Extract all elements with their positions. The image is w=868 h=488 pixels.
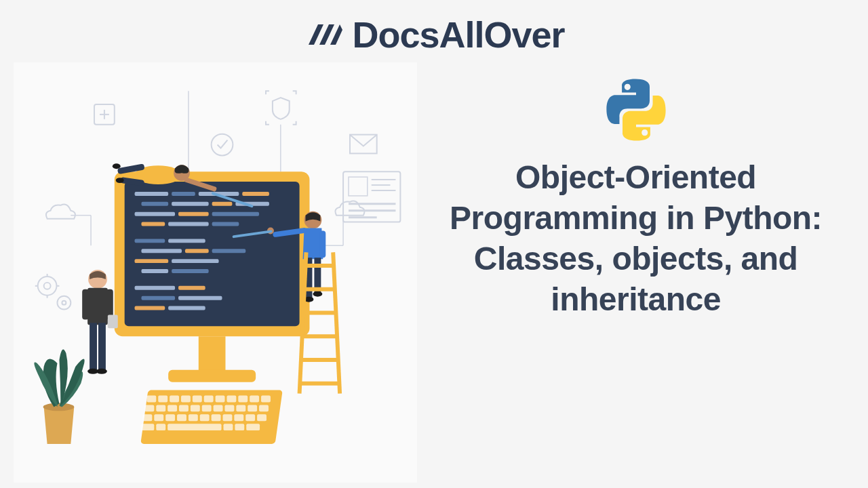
illustration-panel <box>14 62 417 483</box>
svg-rect-93 <box>257 414 267 421</box>
svg-rect-51 <box>172 269 209 273</box>
svg-rect-39 <box>212 212 259 216</box>
svg-rect-37 <box>135 212 176 216</box>
svg-rect-80 <box>236 405 245 411</box>
svg-point-11 <box>57 296 71 310</box>
svg-rect-92 <box>245 414 255 421</box>
svg-rect-35 <box>212 202 233 206</box>
page-header: DocsAllOver <box>0 0 868 62</box>
svg-rect-122 <box>319 230 326 258</box>
svg-rect-64 <box>181 396 191 403</box>
svg-rect-48 <box>135 259 169 263</box>
svg-point-126 <box>313 291 322 297</box>
svg-point-109 <box>96 369 107 374</box>
svg-rect-88 <box>200 414 210 421</box>
svg-rect-52 <box>135 286 176 290</box>
svg-rect-72 <box>144 405 154 411</box>
svg-rect-33 <box>141 202 168 206</box>
svg-rect-66 <box>204 396 214 403</box>
svg-rect-58 <box>199 336 226 373</box>
text-panel: Object-Oriented Programming in Python: C… <box>417 62 854 483</box>
svg-rect-75 <box>179 405 189 411</box>
svg-rect-73 <box>156 405 165 411</box>
svg-rect-103 <box>82 289 89 320</box>
svg-point-113 <box>113 163 121 169</box>
svg-line-128 <box>333 252 340 393</box>
svg-rect-62 <box>158 396 167 403</box>
svg-rect-70 <box>250 396 259 403</box>
svg-rect-94 <box>140 424 154 430</box>
programming-illustration <box>14 62 417 483</box>
svg-point-12 <box>62 301 66 305</box>
brand-logo-icon <box>303 14 344 55</box>
svg-rect-82 <box>259 405 269 411</box>
svg-rect-55 <box>178 296 222 300</box>
svg-rect-90 <box>223 414 233 421</box>
svg-rect-97 <box>223 424 233 430</box>
svg-rect-83 <box>142 414 152 421</box>
svg-rect-43 <box>135 239 165 243</box>
svg-rect-49 <box>172 259 218 263</box>
svg-rect-71 <box>261 396 271 403</box>
svg-rect-65 <box>193 396 202 403</box>
svg-rect-106 <box>90 323 97 369</box>
article-title: Object-Oriented Programming in Python: C… <box>444 157 827 320</box>
svg-rect-86 <box>177 414 186 421</box>
svg-rect-32 <box>242 192 269 196</box>
svg-point-3 <box>212 134 233 156</box>
svg-rect-45 <box>141 249 182 253</box>
svg-rect-87 <box>189 414 198 421</box>
svg-rect-29 <box>135 192 169 196</box>
svg-rect-63 <box>170 396 179 403</box>
svg-rect-54 <box>141 296 175 300</box>
svg-rect-107 <box>98 323 106 369</box>
svg-rect-40 <box>141 222 165 226</box>
svg-point-6 <box>44 283 51 289</box>
svg-rect-96 <box>167 424 221 430</box>
svg-rect-47 <box>212 249 246 253</box>
svg-rect-56 <box>135 306 165 310</box>
svg-rect-38 <box>178 212 209 216</box>
svg-rect-74 <box>167 405 177 411</box>
svg-rect-30 <box>172 192 195 196</box>
svg-rect-76 <box>191 405 200 411</box>
svg-rect-46 <box>185 249 209 253</box>
brand-name: DocsAllOver <box>352 14 564 56</box>
svg-rect-79 <box>224 405 234 411</box>
svg-rect-77 <box>202 405 212 411</box>
svg-rect-84 <box>154 414 163 421</box>
svg-rect-105 <box>108 314 118 328</box>
svg-rect-53 <box>178 286 205 290</box>
svg-rect-61 <box>146 396 156 403</box>
content-area: Object-Oriented Programming in Python: C… <box>0 62 868 483</box>
svg-rect-41 <box>168 222 209 226</box>
svg-rect-67 <box>216 396 225 403</box>
svg-rect-99 <box>246 424 260 430</box>
svg-rect-95 <box>156 424 165 430</box>
svg-point-100 <box>43 403 75 411</box>
svg-point-114 <box>116 178 124 183</box>
svg-rect-98 <box>235 424 244 430</box>
svg-point-5 <box>38 277 57 296</box>
svg-rect-69 <box>238 396 248 403</box>
svg-rect-50 <box>141 269 168 273</box>
svg-rect-102 <box>87 288 108 325</box>
svg-rect-42 <box>212 222 239 226</box>
svg-rect-91 <box>234 414 243 421</box>
svg-rect-85 <box>165 414 175 421</box>
svg-rect-57 <box>168 306 205 310</box>
svg-rect-34 <box>172 202 209 206</box>
svg-rect-44 <box>168 239 205 243</box>
svg-rect-59 <box>168 370 256 382</box>
svg-rect-81 <box>248 405 257 411</box>
svg-rect-78 <box>214 405 223 411</box>
svg-rect-68 <box>226 396 236 403</box>
svg-rect-89 <box>212 414 221 421</box>
svg-rect-20 <box>349 177 368 196</box>
python-logo-icon <box>602 76 670 144</box>
